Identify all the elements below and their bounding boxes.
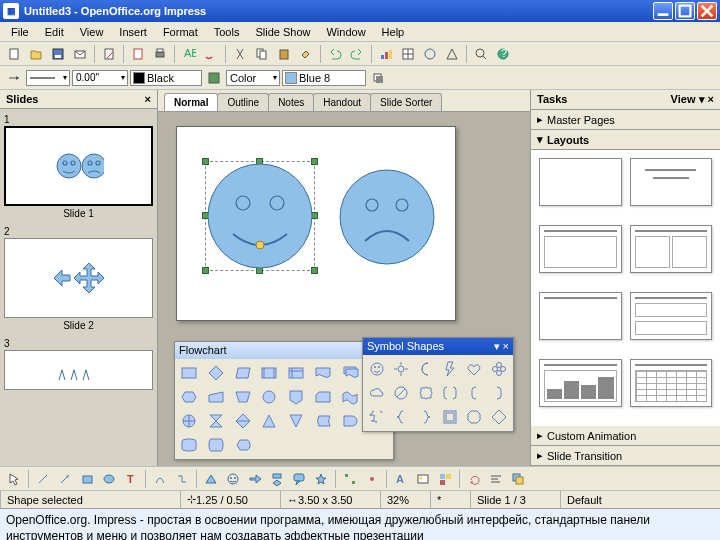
symbol-left-brace-icon[interactable]: [390, 406, 412, 428]
symbol-lightning-icon[interactable]: [439, 358, 461, 380]
fontwork-tool[interactable]: A: [391, 469, 411, 489]
task-master-pages[interactable]: ▸Master Pages: [531, 110, 720, 130]
arrange-tool[interactable]: [508, 469, 528, 489]
flowchart-offpage-icon[interactable]: [285, 386, 307, 408]
cut-button[interactable]: [230, 44, 250, 64]
flowchart-tape-icon[interactable]: [339, 386, 361, 408]
flowchart-stored-icon[interactable]: [312, 410, 334, 432]
symbol-right-brace-icon[interactable]: [415, 406, 437, 428]
line-tool[interactable]: [33, 469, 53, 489]
tasks-view-label[interactable]: View: [671, 93, 696, 105]
layout-title[interactable]: [630, 158, 713, 206]
flowchart-delay-icon[interactable]: [339, 410, 361, 432]
format-paintbrush-button[interactable]: [296, 44, 316, 64]
task-slide-transition[interactable]: ▸Slide Transition: [531, 446, 720, 466]
menu-view[interactable]: View: [73, 24, 111, 40]
flowchart-predefined-icon[interactable]: [258, 362, 280, 384]
menu-file[interactable]: File: [4, 24, 36, 40]
symbol-brace-pair-icon[interactable]: [366, 406, 388, 428]
symbol-shapes-tool[interactable]: [223, 469, 243, 489]
slides-list[interactable]: 1 Slide 1 2 Slide 2 3: [0, 109, 157, 466]
tab-outline[interactable]: Outline: [217, 93, 269, 111]
slide-thumbnail-2[interactable]: [4, 238, 153, 318]
minimize-button[interactable]: [653, 2, 673, 20]
tab-notes[interactable]: Notes: [268, 93, 314, 111]
canvas[interactable]: Flowchart▾ ×: [158, 112, 530, 466]
open-button[interactable]: [26, 44, 46, 64]
points-tool[interactable]: [340, 469, 360, 489]
menu-insert[interactable]: Insert: [112, 24, 154, 40]
flowchart-display-icon[interactable]: [232, 434, 254, 456]
area-style-button[interactable]: [204, 68, 224, 88]
slides-panel-close-icon[interactable]: ×: [145, 93, 151, 105]
tab-slidesorter[interactable]: Slide Sorter: [370, 93, 442, 111]
symbol-sun-icon[interactable]: [390, 358, 412, 380]
flowchart-card-icon[interactable]: [312, 386, 334, 408]
layout-two-content[interactable]: [630, 225, 713, 273]
frown-shape[interactable]: [337, 167, 437, 267]
symbol-palette[interactable]: Symbol Shapes▾ ×: [362, 337, 514, 432]
symbol-right-bracket-icon[interactable]: [488, 382, 510, 404]
rectangle-tool[interactable]: [77, 469, 97, 489]
flowchart-connector-icon[interactable]: [258, 386, 280, 408]
slide-thumbnail-3[interactable]: [4, 350, 153, 390]
ellipse-tool[interactable]: [99, 469, 119, 489]
maximize-button[interactable]: [675, 2, 695, 20]
fill-type-select[interactable]: Color: [226, 70, 280, 86]
flowchart-decision-icon[interactable]: [205, 362, 227, 384]
hyperlink-button[interactable]: [420, 44, 440, 64]
select-tool[interactable]: [4, 469, 24, 489]
spellcheck-button[interactable]: ABC: [179, 44, 199, 64]
menu-window[interactable]: Window: [319, 24, 372, 40]
symbol-moon-icon[interactable]: [415, 358, 437, 380]
connector-tool[interactable]: [172, 469, 192, 489]
tab-normal[interactable]: Normal: [164, 93, 218, 111]
flowchart-sort-icon[interactable]: [232, 410, 254, 432]
print-button[interactable]: [150, 44, 170, 64]
rotate-tool[interactable]: [464, 469, 484, 489]
layout-content-over[interactable]: [630, 292, 713, 340]
curve-tool[interactable]: [150, 469, 170, 489]
alignment-tool[interactable]: [486, 469, 506, 489]
basic-shapes-tool[interactable]: [201, 469, 221, 489]
tab-handout[interactable]: Handout: [313, 93, 371, 111]
fill-color-select[interactable]: Blue 8: [282, 70, 366, 86]
line-color-select[interactable]: Black: [130, 70, 202, 86]
menu-slideshow[interactable]: Slide Show: [248, 24, 317, 40]
table-button[interactable]: [398, 44, 418, 64]
menu-help[interactable]: Help: [375, 24, 412, 40]
flowchart-data-icon[interactable]: [232, 362, 254, 384]
menu-format[interactable]: Format: [156, 24, 205, 40]
zoom-button[interactable]: [471, 44, 491, 64]
flowchart-multidoc-icon[interactable]: [339, 362, 361, 384]
task-custom-animation[interactable]: ▸Custom Animation: [531, 426, 720, 446]
flowchart-tool[interactable]: [267, 469, 287, 489]
menu-edit[interactable]: Edit: [38, 24, 71, 40]
symbol-left-bracket-icon[interactable]: [463, 382, 485, 404]
palette-close-icon[interactable]: ▾ ×: [494, 340, 509, 353]
flowchart-document-icon[interactable]: [312, 362, 334, 384]
symbol-diamond-bevel-icon[interactable]: [488, 406, 510, 428]
menu-tools[interactable]: Tools: [207, 24, 247, 40]
layout-table[interactable]: [630, 359, 713, 407]
symbol-flower-icon[interactable]: [488, 358, 510, 380]
email-button[interactable]: [70, 44, 90, 64]
text-tool[interactable]: T: [121, 469, 141, 489]
flowchart-process-icon[interactable]: [178, 362, 200, 384]
paste-button[interactable]: [274, 44, 294, 64]
edit-file-button[interactable]: [99, 44, 119, 64]
flowchart-direct-icon[interactable]: [205, 434, 227, 456]
auto-spellcheck-button[interactable]: [201, 44, 221, 64]
undo-button[interactable]: [325, 44, 345, 64]
flowchart-or-icon[interactable]: [178, 410, 200, 432]
smiley-shape[interactable]: [205, 161, 315, 271]
line-style-select[interactable]: [26, 70, 70, 86]
slide-thumbnail-1[interactable]: [4, 126, 153, 206]
flowchart-merge-icon[interactable]: [285, 410, 307, 432]
stars-tool[interactable]: [311, 469, 331, 489]
copy-button[interactable]: [252, 44, 272, 64]
navigator-button[interactable]: [442, 44, 462, 64]
layout-title-only[interactable]: [539, 292, 622, 340]
arrow-style-button[interactable]: [4, 68, 24, 88]
status-zoom[interactable]: 32%: [380, 491, 430, 508]
